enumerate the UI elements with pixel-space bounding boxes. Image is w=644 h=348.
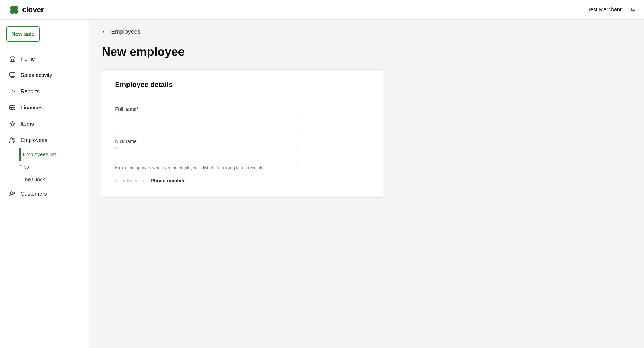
svg-rect-9 (12, 90, 13, 94)
sidebar-item-finances-label: Finances (21, 105, 43, 111)
back-arrow-icon[interactable]: ← (102, 28, 108, 35)
app-header: clover Test Merchant ⇄ (0, 0, 644, 20)
svg-point-16 (10, 192, 12, 194)
phone-row: Country code Phone number (115, 178, 370, 186)
header-divider (626, 5, 626, 14)
sidebar-item-sales-activity[interactable]: Sales activity (0, 67, 89, 83)
sidebar-item-customers-label: Customers (21, 191, 47, 197)
employees-sub-nav: Employees list Tips Time Clock (0, 148, 89, 186)
reports-icon (9, 88, 16, 95)
sidebar-item-customers[interactable]: Customers (0, 186, 89, 202)
breadcrumb-title: Employees (111, 28, 141, 35)
full-name-label: Full name* (115, 107, 370, 112)
app-layout: New sale Home Sales activity (0, 20, 644, 348)
sub-nav-tips[interactable]: Tips (19, 161, 89, 173)
sidebar-item-home-label: Home (21, 56, 35, 62)
finances-icon (9, 104, 16, 111)
items-icon (9, 120, 16, 128)
sidebar-item-home[interactable]: Home (0, 51, 89, 67)
sidebar-item-reports[interactable]: Reports (0, 83, 89, 99)
nickname-group: Nickname Nickname appears wherever the e… (115, 139, 370, 170)
svg-point-15 (14, 138, 15, 140)
clover-logo-icon (9, 4, 19, 15)
sub-nav-employees-list[interactable]: Employees list (21, 148, 89, 161)
employee-details-card: Employee details Full name* Nickname Nic… (102, 69, 383, 198)
home-icon (9, 55, 16, 63)
new-sale-button[interactable]: New sale (6, 26, 40, 42)
sales-icon (9, 71, 16, 79)
phone-number-label: Phone number (151, 178, 185, 184)
svg-rect-13 (11, 108, 12, 109)
country-code-group: Country code (115, 178, 144, 186)
header-right: Test Merchant ⇄ (587, 5, 635, 14)
svg-rect-12 (10, 107, 15, 107)
sidebar-item-finances[interactable]: Finances (0, 99, 89, 116)
country-code-label: Country code (115, 178, 144, 184)
page-title: New employee (102, 45, 631, 59)
phone-number-group: Phone number (151, 178, 185, 186)
sidebar-item-employees[interactable]: Employees (0, 132, 89, 148)
sub-nav-time-clock[interactable]: Time Clock (19, 173, 89, 186)
nickname-hint: Nickname appears wherever the employee i… (115, 166, 370, 170)
full-name-group: Full name* (115, 107, 370, 131)
sidebar-item-items[interactable]: Items (0, 116, 89, 132)
sidebar-item-sales-label: Sales activity (21, 72, 52, 78)
customers-icon (9, 190, 16, 198)
card-divider (102, 98, 383, 98)
svg-rect-4 (13, 8, 15, 11)
svg-point-14 (11, 138, 13, 140)
logout-icon[interactable]: ⇄ (630, 6, 635, 13)
sidebar: New sale Home Sales activity (0, 20, 89, 348)
svg-rect-10 (14, 91, 15, 94)
sidebar-item-reports-label: Reports (21, 88, 40, 95)
svg-rect-8 (10, 89, 11, 94)
breadcrumb: ← Employees (102, 28, 631, 35)
nickname-input[interactable] (115, 147, 299, 163)
logo-area: clover (9, 4, 44, 15)
svg-point-17 (13, 192, 15, 194)
merchant-name: Test Merchant (587, 7, 622, 13)
sidebar-item-items-label: Items (21, 121, 34, 127)
svg-rect-5 (10, 73, 15, 76)
card-section-title: Employee details (115, 80, 370, 89)
main-content: ← Employees New employee Employee detail… (89, 20, 644, 348)
employees-icon (9, 136, 16, 144)
sidebar-item-employees-label: Employees (21, 137, 47, 143)
logo-text: clover (22, 5, 44, 14)
nickname-label: Nickname (115, 139, 370, 144)
full-name-input[interactable] (115, 115, 299, 131)
